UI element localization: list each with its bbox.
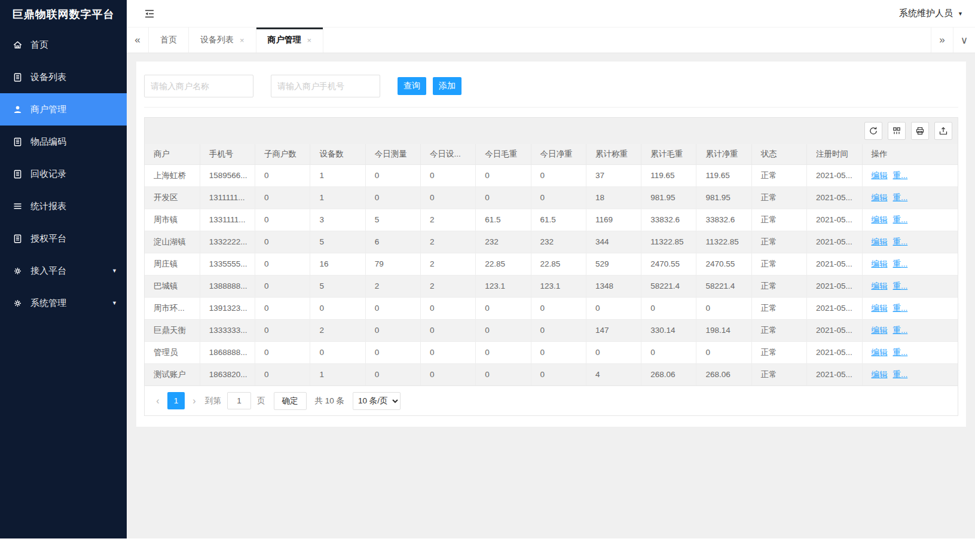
tabs-scroll-right-button[interactable]: » (931, 27, 953, 53)
print-icon[interactable] (911, 122, 929, 140)
edit-link[interactable]: 编辑 (872, 259, 888, 268)
table-cell: 11322.85 (641, 231, 696, 253)
chevron-down-icon: ▼ (112, 300, 117, 306)
reset-link[interactable]: 重... (893, 237, 908, 246)
table-cell: 2021-05... (807, 253, 862, 275)
table-cell: 0 (365, 363, 420, 385)
pagination-page-1[interactable]: 1 (167, 392, 185, 409)
sidebar-item-回收记录[interactable]: 回收记录 (0, 158, 127, 190)
table-cell: 管理员 (145, 341, 200, 363)
table-cell: 529 (586, 253, 641, 275)
reset-link[interactable]: 重... (893, 193, 908, 202)
pagination-prev-icon[interactable]: ‹ (153, 396, 163, 406)
goto-confirm-button[interactable]: 确定 (274, 392, 307, 410)
sidebar-item-label: 系统管理 (30, 298, 66, 309)
table-cell: 61.5 (531, 209, 586, 231)
add-button[interactable]: 添加 (433, 77, 461, 95)
table-row: 周庄镇1335555...01679222.8522.855292470.552… (145, 253, 958, 275)
edit-link[interactable]: 编辑 (872, 237, 888, 246)
edit-link[interactable]: 编辑 (872, 304, 888, 313)
column-header: 今日净重 (531, 144, 586, 164)
edit-link[interactable]: 编辑 (872, 281, 888, 290)
edit-link[interactable]: 编辑 (872, 171, 888, 180)
gear-icon (13, 266, 23, 276)
merchant-phone-input[interactable] (271, 75, 380, 97)
tab-首页[interactable]: 首页 (149, 27, 189, 53)
user-menu[interactable]: 系统维护人员 ▼ (899, 8, 963, 19)
sidebar-item-首页[interactable]: 首页 (0, 29, 127, 61)
table-cell: 正常 (751, 319, 806, 341)
operations-cell: 编辑重... (862, 209, 958, 231)
reset-link[interactable]: 重... (893, 326, 908, 335)
table-cell: 2 (420, 253, 475, 275)
edit-link[interactable]: 编辑 (872, 193, 888, 202)
tabs-scroll-left-button[interactable]: « (127, 27, 149, 53)
reset-link[interactable]: 重... (893, 171, 908, 180)
table-cell: 1 (310, 363, 365, 385)
table-cell: 0 (365, 186, 420, 209)
table-cell: 1 (310, 164, 365, 186)
tab-label: 首页 (160, 35, 177, 45)
reset-link[interactable]: 重... (893, 370, 908, 379)
refresh-icon[interactable] (864, 122, 882, 140)
table-cell: 0 (696, 341, 751, 363)
tabs-more-button[interactable]: ∨ (953, 27, 975, 53)
tab-设备列表[interactable]: 设备列表× (189, 27, 256, 53)
export-icon[interactable] (934, 122, 952, 140)
edit-link[interactable]: 编辑 (872, 326, 888, 335)
table-row: 管理员1868888...000000000正常2021-05...编辑重... (145, 341, 958, 363)
table-cell: 268.06 (696, 363, 751, 385)
merchant-panel: 查询 添加 (136, 62, 966, 427)
sidebar-item-授权平台[interactable]: 授权平台 (0, 222, 127, 255)
edit-link[interactable]: 编辑 (872, 348, 888, 357)
operations-cell: 编辑重... (862, 319, 958, 341)
collapse-sidebar-icon[interactable] (144, 8, 157, 20)
table-cell: 18 (586, 186, 641, 209)
table-cell: 周庄镇 (145, 253, 200, 275)
sidebar-item-设备列表[interactable]: 设备列表 (0, 61, 127, 93)
column-header: 设备数 (310, 144, 365, 164)
sidebar-item-label: 首页 (30, 39, 48, 51)
operations-cell: 编辑重... (862, 231, 958, 253)
table-cell: 0 (365, 319, 420, 341)
table-cell: 119.65 (696, 164, 751, 186)
pagination-next-icon[interactable]: › (190, 396, 199, 406)
edit-link[interactable]: 编辑 (872, 370, 888, 379)
close-icon[interactable]: × (240, 36, 244, 45)
reset-link[interactable]: 重... (893, 281, 908, 290)
reset-link[interactable]: 重... (893, 304, 908, 313)
table-cell: 1333333... (200, 319, 255, 341)
tab-商户管理[interactable]: 商户管理× (256, 27, 324, 53)
table-cell: 1 (310, 186, 365, 209)
chevron-down-icon: ▼ (112, 268, 117, 274)
operations-cell: 编辑重... (862, 341, 958, 363)
table-cell: 正常 (751, 186, 806, 209)
document-icon (13, 169, 23, 179)
sidebar-item-商户管理[interactable]: 商户管理 (0, 93, 127, 126)
sidebar-item-系统管理[interactable]: 系统管理▼ (0, 287, 127, 319)
reset-link[interactable]: 重... (893, 215, 908, 224)
table-cell: 0 (476, 164, 531, 186)
operations-cell: 编辑重... (862, 186, 958, 209)
table-cell: 1332222... (200, 231, 255, 253)
close-icon[interactable]: × (307, 36, 312, 45)
edit-link[interactable]: 编辑 (872, 215, 888, 224)
app-window: 巨鼎物联网数字平台 首页设备列表商户管理物品编码回收记录统计报表授权平台接入平台… (0, 0, 975, 538)
table-cell: 147 (586, 319, 641, 341)
chevron-down-icon: ▼ (958, 11, 963, 17)
column-header: 操作 (862, 144, 958, 164)
reset-link[interactable]: 重... (893, 348, 908, 357)
goto-page-input[interactable] (227, 392, 251, 409)
table-cell: 0 (365, 341, 420, 363)
merchant-name-input[interactable] (144, 75, 253, 97)
page-size-select[interactable]: 10 条/页 (353, 392, 401, 410)
query-button[interactable]: 查询 (398, 77, 426, 95)
table-cell: 3 (310, 209, 365, 231)
columns-filter-icon[interactable] (888, 122, 906, 140)
sidebar-item-统计报表[interactable]: 统计报表 (0, 190, 127, 222)
sidebar-item-物品编码[interactable]: 物品编码 (0, 126, 127, 158)
sidebar-item-接入平台[interactable]: 接入平台▼ (0, 255, 127, 287)
table-cell: 2021-05... (807, 231, 862, 253)
reset-link[interactable]: 重... (893, 259, 908, 268)
table-cell: 2021-05... (807, 164, 862, 186)
